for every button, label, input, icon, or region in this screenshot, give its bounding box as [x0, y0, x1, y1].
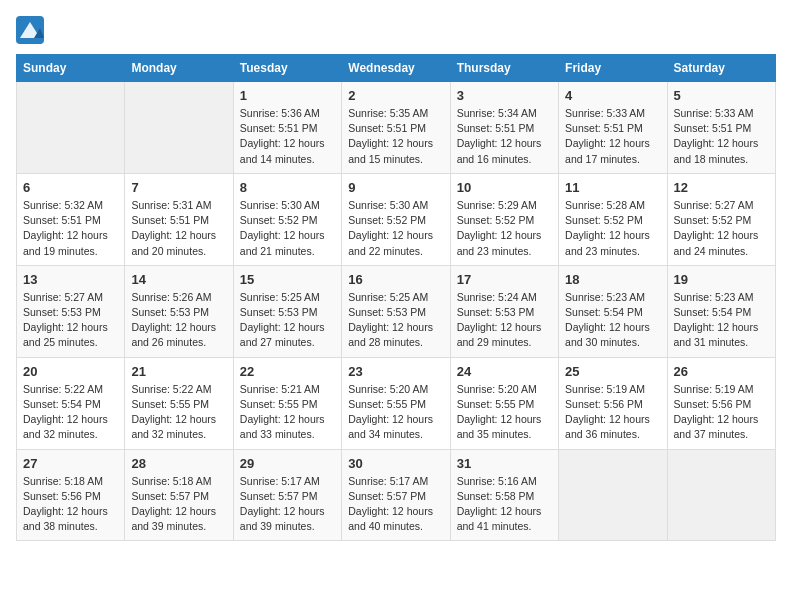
- calendar-cell: 21Sunrise: 5:22 AM Sunset: 5:55 PM Dayli…: [125, 357, 233, 449]
- calendar-cell: 16Sunrise: 5:25 AM Sunset: 5:53 PM Dayli…: [342, 265, 450, 357]
- day-info: Sunrise: 5:18 AM Sunset: 5:57 PM Dayligh…: [131, 474, 226, 535]
- day-info: Sunrise: 5:20 AM Sunset: 5:55 PM Dayligh…: [457, 382, 552, 443]
- day-info: Sunrise: 5:34 AM Sunset: 5:51 PM Dayligh…: [457, 106, 552, 167]
- calendar-cell: 17Sunrise: 5:24 AM Sunset: 5:53 PM Dayli…: [450, 265, 558, 357]
- day-number: 24: [457, 364, 552, 379]
- day-info: Sunrise: 5:18 AM Sunset: 5:56 PM Dayligh…: [23, 474, 118, 535]
- day-info: Sunrise: 5:23 AM Sunset: 5:54 PM Dayligh…: [565, 290, 660, 351]
- day-number: 10: [457, 180, 552, 195]
- day-number: 21: [131, 364, 226, 379]
- day-number: 29: [240, 456, 335, 471]
- day-info: Sunrise: 5:17 AM Sunset: 5:57 PM Dayligh…: [240, 474, 335, 535]
- calendar-cell: 24Sunrise: 5:20 AM Sunset: 5:55 PM Dayli…: [450, 357, 558, 449]
- page-header: [16, 16, 776, 44]
- calendar-cell: 7Sunrise: 5:31 AM Sunset: 5:51 PM Daylig…: [125, 173, 233, 265]
- weekday-header-saturday: Saturday: [667, 55, 775, 82]
- day-number: 15: [240, 272, 335, 287]
- weekday-row: SundayMondayTuesdayWednesdayThursdayFrid…: [17, 55, 776, 82]
- day-info: Sunrise: 5:28 AM Sunset: 5:52 PM Dayligh…: [565, 198, 660, 259]
- day-number: 3: [457, 88, 552, 103]
- calendar-cell: 2Sunrise: 5:35 AM Sunset: 5:51 PM Daylig…: [342, 82, 450, 174]
- calendar-cell: 15Sunrise: 5:25 AM Sunset: 5:53 PM Dayli…: [233, 265, 341, 357]
- day-info: Sunrise: 5:19 AM Sunset: 5:56 PM Dayligh…: [565, 382, 660, 443]
- calendar-cell: 6Sunrise: 5:32 AM Sunset: 5:51 PM Daylig…: [17, 173, 125, 265]
- day-info: Sunrise: 5:35 AM Sunset: 5:51 PM Dayligh…: [348, 106, 443, 167]
- calendar-cell: 14Sunrise: 5:26 AM Sunset: 5:53 PM Dayli…: [125, 265, 233, 357]
- calendar-cell: 26Sunrise: 5:19 AM Sunset: 5:56 PM Dayli…: [667, 357, 775, 449]
- calendar-header: SundayMondayTuesdayWednesdayThursdayFrid…: [17, 55, 776, 82]
- day-info: Sunrise: 5:27 AM Sunset: 5:53 PM Dayligh…: [23, 290, 118, 351]
- calendar-cell: 27Sunrise: 5:18 AM Sunset: 5:56 PM Dayli…: [17, 449, 125, 541]
- calendar-cell: 30Sunrise: 5:17 AM Sunset: 5:57 PM Dayli…: [342, 449, 450, 541]
- day-number: 25: [565, 364, 660, 379]
- day-number: 1: [240, 88, 335, 103]
- day-number: 31: [457, 456, 552, 471]
- calendar-cell: [125, 82, 233, 174]
- weekday-header-sunday: Sunday: [17, 55, 125, 82]
- day-number: 26: [674, 364, 769, 379]
- calendar-week-4: 20Sunrise: 5:22 AM Sunset: 5:54 PM Dayli…: [17, 357, 776, 449]
- day-number: 16: [348, 272, 443, 287]
- weekday-header-monday: Monday: [125, 55, 233, 82]
- calendar-cell: [667, 449, 775, 541]
- day-info: Sunrise: 5:31 AM Sunset: 5:51 PM Dayligh…: [131, 198, 226, 259]
- day-number: 12: [674, 180, 769, 195]
- day-number: 28: [131, 456, 226, 471]
- day-number: 22: [240, 364, 335, 379]
- day-info: Sunrise: 5:26 AM Sunset: 5:53 PM Dayligh…: [131, 290, 226, 351]
- logo: [16, 16, 48, 44]
- calendar-cell: 1Sunrise: 5:36 AM Sunset: 5:51 PM Daylig…: [233, 82, 341, 174]
- day-info: Sunrise: 5:33 AM Sunset: 5:51 PM Dayligh…: [565, 106, 660, 167]
- day-info: Sunrise: 5:20 AM Sunset: 5:55 PM Dayligh…: [348, 382, 443, 443]
- day-number: 9: [348, 180, 443, 195]
- day-info: Sunrise: 5:17 AM Sunset: 5:57 PM Dayligh…: [348, 474, 443, 535]
- logo-icon: [16, 16, 44, 44]
- day-info: Sunrise: 5:24 AM Sunset: 5:53 PM Dayligh…: [457, 290, 552, 351]
- calendar-week-5: 27Sunrise: 5:18 AM Sunset: 5:56 PM Dayli…: [17, 449, 776, 541]
- calendar-cell: 19Sunrise: 5:23 AM Sunset: 5:54 PM Dayli…: [667, 265, 775, 357]
- day-number: 6: [23, 180, 118, 195]
- day-number: 30: [348, 456, 443, 471]
- calendar-cell: 20Sunrise: 5:22 AM Sunset: 5:54 PM Dayli…: [17, 357, 125, 449]
- calendar-cell: 9Sunrise: 5:30 AM Sunset: 5:52 PM Daylig…: [342, 173, 450, 265]
- calendar-cell: [559, 449, 667, 541]
- day-info: Sunrise: 5:19 AM Sunset: 5:56 PM Dayligh…: [674, 382, 769, 443]
- calendar-cell: 31Sunrise: 5:16 AM Sunset: 5:58 PM Dayli…: [450, 449, 558, 541]
- calendar-cell: 8Sunrise: 5:30 AM Sunset: 5:52 PM Daylig…: [233, 173, 341, 265]
- calendar-cell: 18Sunrise: 5:23 AM Sunset: 5:54 PM Dayli…: [559, 265, 667, 357]
- day-info: Sunrise: 5:33 AM Sunset: 5:51 PM Dayligh…: [674, 106, 769, 167]
- weekday-header-friday: Friday: [559, 55, 667, 82]
- calendar-cell: 3Sunrise: 5:34 AM Sunset: 5:51 PM Daylig…: [450, 82, 558, 174]
- calendar-cell: 23Sunrise: 5:20 AM Sunset: 5:55 PM Dayli…: [342, 357, 450, 449]
- day-number: 20: [23, 364, 118, 379]
- day-info: Sunrise: 5:25 AM Sunset: 5:53 PM Dayligh…: [348, 290, 443, 351]
- day-info: Sunrise: 5:22 AM Sunset: 5:55 PM Dayligh…: [131, 382, 226, 443]
- calendar-cell: [17, 82, 125, 174]
- calendar-cell: 29Sunrise: 5:17 AM Sunset: 5:57 PM Dayli…: [233, 449, 341, 541]
- day-info: Sunrise: 5:27 AM Sunset: 5:52 PM Dayligh…: [674, 198, 769, 259]
- calendar-cell: 10Sunrise: 5:29 AM Sunset: 5:52 PM Dayli…: [450, 173, 558, 265]
- day-number: 27: [23, 456, 118, 471]
- day-info: Sunrise: 5:29 AM Sunset: 5:52 PM Dayligh…: [457, 198, 552, 259]
- day-number: 18: [565, 272, 660, 287]
- day-info: Sunrise: 5:30 AM Sunset: 5:52 PM Dayligh…: [348, 198, 443, 259]
- calendar-cell: 13Sunrise: 5:27 AM Sunset: 5:53 PM Dayli…: [17, 265, 125, 357]
- day-number: 2: [348, 88, 443, 103]
- calendar-week-3: 13Sunrise: 5:27 AM Sunset: 5:53 PM Dayli…: [17, 265, 776, 357]
- day-number: 7: [131, 180, 226, 195]
- calendar-cell: 28Sunrise: 5:18 AM Sunset: 5:57 PM Dayli…: [125, 449, 233, 541]
- day-number: 11: [565, 180, 660, 195]
- day-number: 13: [23, 272, 118, 287]
- day-number: 5: [674, 88, 769, 103]
- day-number: 4: [565, 88, 660, 103]
- day-number: 23: [348, 364, 443, 379]
- calendar-cell: 5Sunrise: 5:33 AM Sunset: 5:51 PM Daylig…: [667, 82, 775, 174]
- day-info: Sunrise: 5:36 AM Sunset: 5:51 PM Dayligh…: [240, 106, 335, 167]
- day-number: 8: [240, 180, 335, 195]
- calendar-cell: 12Sunrise: 5:27 AM Sunset: 5:52 PM Dayli…: [667, 173, 775, 265]
- day-number: 19: [674, 272, 769, 287]
- day-number: 17: [457, 272, 552, 287]
- weekday-header-thursday: Thursday: [450, 55, 558, 82]
- day-number: 14: [131, 272, 226, 287]
- day-info: Sunrise: 5:22 AM Sunset: 5:54 PM Dayligh…: [23, 382, 118, 443]
